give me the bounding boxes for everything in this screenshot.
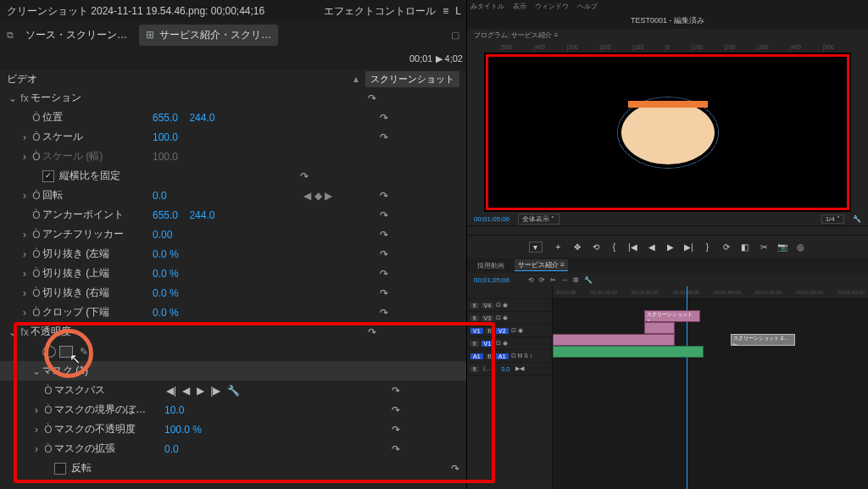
- reset-button[interactable]: ↶: [368, 112, 388, 124]
- track-header-mix[interactable]: fiミ… 0.0 ▶◀: [467, 363, 552, 375]
- program-scrubber[interactable]: [467, 225, 868, 236]
- disclosure-icon[interactable]: ›: [19, 131, 31, 143]
- loop-icon[interactable]: ⟲: [590, 242, 602, 252]
- marker-button[interactable]: ▾: [529, 242, 542, 253]
- timeline-clip[interactable]: [644, 322, 675, 334]
- stopwatch-icon[interactable]: Ò: [31, 190, 42, 202]
- disclosure-icon[interactable]: ⌄: [7, 326, 19, 338]
- opacity-group[interactable]: ⌄ fx 不透明度 ↶: [0, 322, 466, 342]
- stopwatch-icon[interactable]: Ò: [42, 385, 54, 397]
- play-icon[interactable]: ▶: [665, 242, 676, 252]
- value-y[interactable]: 244.0: [189, 112, 214, 124]
- lift-icon[interactable]: ◧: [739, 242, 751, 252]
- stopwatch-icon[interactable]: Ò: [31, 131, 42, 143]
- menu-item[interactable]: みタイトル: [470, 2, 504, 11]
- out-point-icon[interactable]: }: [702, 242, 714, 252]
- tl-tool-icon[interactable]: ↔: [561, 276, 568, 284]
- reset-button[interactable]: ↶: [368, 131, 388, 143]
- extract-icon[interactable]: ✂: [758, 242, 770, 252]
- ellipse-mask-button[interactable]: [42, 346, 56, 358]
- disclosure-icon[interactable]: ›: [31, 424, 42, 436]
- in-point-icon[interactable]: {: [609, 242, 620, 252]
- value[interactable]: 10.0: [164, 404, 300, 416]
- disclosure-icon[interactable]: ›: [19, 190, 31, 202]
- menu-item[interactable]: 表示: [513, 2, 526, 11]
- value[interactable]: 0.0 %: [153, 248, 288, 260]
- menu-item[interactable]: ウィンドウ: [535, 2, 569, 11]
- reset-button[interactable]: ↶: [356, 326, 376, 338]
- program-monitor-tab[interactable]: プログラム: サービス紹介 ≡: [467, 29, 868, 41]
- stopwatch-icon[interactable]: Ò: [42, 443, 54, 455]
- reset-button[interactable]: ↶: [368, 209, 388, 221]
- value-y[interactable]: 244.0: [189, 209, 214, 221]
- reset-button[interactable]: ↶: [380, 443, 400, 455]
- comparison-icon[interactable]: ◎: [795, 242, 807, 252]
- rect-mask-button[interactable]: [59, 346, 73, 358]
- stopwatch-icon[interactable]: Ò: [31, 268, 42, 280]
- source-clip-chip[interactable]: ソース・スクリーン…: [19, 25, 134, 46]
- panel-layout-icon[interactable]: ▢: [451, 30, 459, 41]
- program-monitor[interactable]: [484, 53, 851, 212]
- track-header-v4[interactable]: fiV4⊡ ◉: [467, 299, 552, 312]
- loop-out-icon[interactable]: ⟳: [721, 242, 732, 252]
- menu-item[interactable]: ヘルプ: [577, 2, 598, 11]
- value[interactable]: 0.0: [164, 443, 300, 455]
- fx-icon[interactable]: fx: [19, 92, 31, 104]
- tl-tool-icon[interactable]: ⟳: [539, 276, 545, 284]
- add-marker-icon[interactable]: +: [553, 242, 565, 252]
- tl-tool-icon[interactable]: ✂: [550, 276, 556, 284]
- reset-button[interactable]: ↶: [368, 307, 388, 319]
- track-header-v2[interactable]: V1fiV2⊡ ◉: [467, 325, 552, 337]
- reset-button[interactable]: ↶: [380, 424, 400, 436]
- disclosure-icon[interactable]: ⌄: [7, 92, 19, 104]
- track-header-a1[interactable]: A1fiA1⊡ M S ⫶: [467, 350, 552, 363]
- disclosure-icon[interactable]: ⌄: [31, 365, 42, 377]
- disclosure-icon[interactable]: ›: [31, 404, 42, 416]
- timeline-clip-selected[interactable]: スクリーンショット 2… fx: [731, 334, 795, 346]
- reset-button[interactable]: ↶: [380, 385, 400, 397]
- sequence-tab[interactable]: 採用動画: [474, 260, 508, 271]
- stopwatch-icon[interactable]: Ò: [31, 112, 42, 124]
- timeline-ruler[interactable]: 00;00;0000;00;16;0000;00;32;0000;00;48;0…: [553, 286, 868, 299]
- value[interactable]: 0.0 %: [153, 307, 288, 319]
- reset-button[interactable]: ↶: [368, 229, 388, 241]
- settings-icon[interactable]: 🔧: [853, 215, 861, 223]
- value[interactable]: 0.00: [153, 229, 288, 241]
- mask-1-group[interactable]: ⌄ マスク (1): [0, 361, 466, 381]
- export-frame-icon[interactable]: 📷: [776, 242, 788, 252]
- value[interactable]: 100.0 %: [164, 424, 300, 436]
- fx-icon[interactable]: fx: [19, 326, 31, 338]
- track-fwd-icon[interactable]: |▶: [210, 385, 220, 397]
- timeline-content[interactable]: 00;00;0000;00;16;0000;00;32;0000;00;48;0…: [553, 286, 868, 489]
- value[interactable]: 100.0: [153, 131, 288, 143]
- stopwatch-icon[interactable]: Ò: [42, 424, 54, 436]
- stopwatch-icon[interactable]: Ò: [42, 404, 54, 416]
- value[interactable]: 0.0: [153, 190, 288, 202]
- panel-menu-icon[interactable]: ≡: [441, 5, 453, 17]
- resolution-select[interactable]: 1/4 ˅: [821, 214, 844, 224]
- reset-button[interactable]: ↶: [356, 92, 376, 104]
- pen-mask-button[interactable]: ✎: [80, 346, 88, 358]
- value[interactable]: 0.0 %: [153, 268, 288, 280]
- stopwatch-icon[interactable]: Ò: [31, 229, 42, 241]
- disclosure-icon[interactable]: ›: [31, 443, 42, 455]
- reset-button[interactable]: ↶: [368, 287, 388, 299]
- program-timecode[interactable]: 00;01;05;06: [474, 215, 509, 223]
- tl-tool-icon[interactable]: ⊞: [573, 276, 579, 284]
- drag-icon[interactable]: ✥: [571, 242, 583, 252]
- source-switch-icon[interactable]: ⧉: [7, 30, 14, 41]
- reset-button[interactable]: ↶: [368, 190, 388, 202]
- stopwatch-icon[interactable]: Ò: [31, 287, 42, 299]
- prev-frame-icon[interactable]: ◀: [182, 385, 190, 397]
- stopwatch-icon[interactable]: Ò: [31, 248, 42, 260]
- disclosure-icon[interactable]: ›: [19, 248, 31, 260]
- reset-button[interactable]: ↶: [368, 248, 388, 260]
- timeline-timecode[interactable]: 00;01;05;06: [474, 276, 509, 284]
- disclosure-icon[interactable]: ›: [19, 287, 31, 299]
- sequence-clip-chip[interactable]: ⊞ サービス紹介・スクリ…: [139, 25, 278, 46]
- track-back-icon[interactable]: ◀|: [166, 385, 176, 397]
- reset-button[interactable]: ↶: [439, 463, 459, 475]
- stopwatch-icon[interactable]: Ò: [31, 209, 42, 221]
- kf-next-icon[interactable]: ▶: [325, 190, 332, 202]
- value[interactable]: 0.0 %: [153, 287, 288, 299]
